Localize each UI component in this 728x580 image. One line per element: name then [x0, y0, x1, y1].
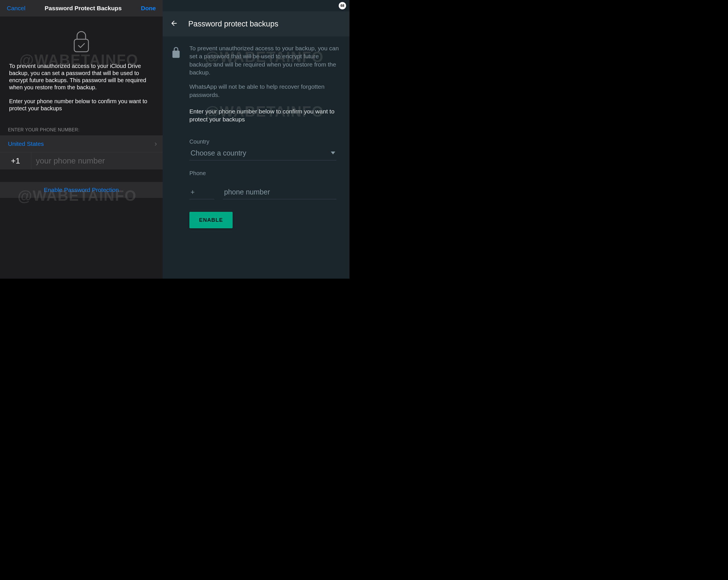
status-bar: 68	[163, 0, 349, 11]
svg-rect-0	[74, 39, 88, 52]
caret-down-icon	[331, 151, 335, 156]
country-label: Country	[189, 138, 336, 145]
back-button[interactable]	[168, 17, 180, 31]
content-area: To prevent unauthorized access to your b…	[163, 36, 349, 130]
ios-screen: Cancel Password Protect Backups Done To …	[0, 0, 163, 279]
country-name: United States	[8, 140, 44, 147]
android-app-bar: Password protect backups	[163, 11, 349, 36]
description-paragraph-2: Enter your phone number below to confirm…	[9, 98, 154, 112]
description-text: To prevent unauthorized access to your b…	[189, 44, 340, 130]
notification-badge: 68	[339, 2, 346, 9]
page-title: Password Protect Backups	[45, 5, 122, 12]
phone-input-group: United States › +1 your phone number	[0, 135, 163, 169]
enable-row: Enable Password Protection	[0, 182, 163, 198]
country-code-input[interactable]: +	[189, 186, 214, 199]
country-dropdown[interactable]: Choose a country	[189, 147, 336, 160]
ios-nav-bar: Cancel Password Protect Backups Done	[0, 0, 163, 17]
enable-password-protection-button[interactable]: Enable Password Protection	[44, 186, 119, 193]
description-paragraph-1: To prevent unauthorized access to your b…	[189, 44, 340, 77]
cancel-button[interactable]: Cancel	[7, 5, 25, 12]
chevron-right-icon: ›	[154, 139, 157, 148]
lock-shield-icon	[0, 17, 163, 62]
country-selector-row[interactable]: United States ›	[0, 135, 163, 152]
arrow-left-icon	[170, 19, 178, 27]
page-title: Password protect backups	[188, 20, 279, 28]
phone-number-input[interactable]: phone number	[223, 186, 336, 199]
phone-input-group: + phone number	[189, 186, 336, 199]
phone-section-label: ENTER YOUR PHONE NUMBER:	[0, 119, 163, 135]
description-paragraph-1: To prevent unauthorized access to your i…	[9, 62, 154, 91]
description-paragraph-2: WhatsApp will not be able to help recove…	[189, 83, 340, 99]
country-code: +1	[0, 152, 31, 169]
android-screen: 68 Password protect backups To prevent u…	[163, 0, 349, 279]
lock-icon	[171, 44, 182, 130]
confirm-instruction: Enter your phone number below to confirm…	[189, 107, 340, 124]
form-area: Country Choose a country Phone + phone n…	[163, 130, 349, 228]
phone-number-row: +1 your phone number	[0, 152, 163, 169]
country-dropdown-value: Choose a country	[190, 149, 246, 157]
enable-button[interactable]: ENABLE	[189, 212, 233, 228]
done-button[interactable]: Done	[141, 5, 156, 12]
phone-label: Phone	[189, 170, 336, 177]
description-text: To prevent unauthorized access to your i…	[0, 62, 163, 119]
phone-number-input[interactable]: your phone number	[31, 156, 105, 165]
